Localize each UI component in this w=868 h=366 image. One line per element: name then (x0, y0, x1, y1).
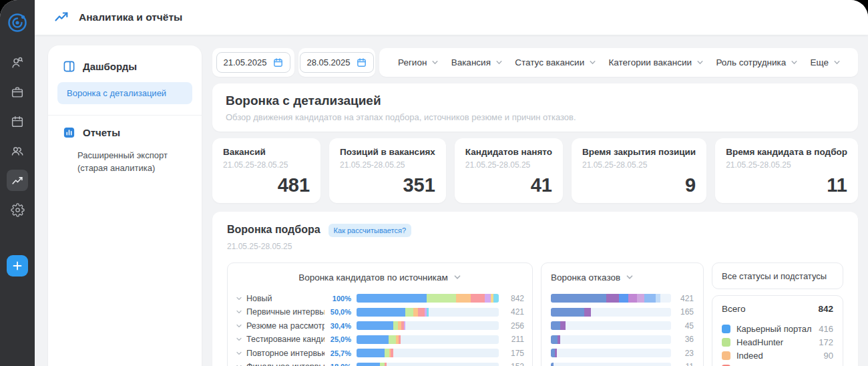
filter-label: Статус вакансии (515, 57, 584, 67)
sources-legend: Карьерный портал416HeadHunter172Indeed90… (722, 322, 833, 366)
row-expand-chevron-icon[interactable] (236, 363, 246, 366)
kpi-value: 11 (827, 174, 847, 196)
funnel-stage-count: 175 (504, 349, 524, 358)
funnel-bar-segment (357, 308, 405, 317)
sidebar-item-analytics[interactable] (7, 170, 28, 191)
sidebar-item-candidate-search[interactable] (7, 52, 28, 73)
row-expand-chevron-icon[interactable] (236, 323, 246, 329)
funnel-bar-segment (471, 294, 484, 303)
sidebar-item-calendar[interactable] (7, 111, 28, 132)
row-expand-chevron-icon[interactable] (236, 336, 246, 343)
app-logo-icon[interactable] (5, 11, 29, 35)
page-header-title: Аналитика и отчёты (79, 11, 182, 23)
dashboards-icon (63, 60, 75, 73)
funnel-bar (551, 335, 671, 344)
funnel-stage-count: 152 (504, 362, 524, 366)
filter-vacancy-categories[interactable]: Категории вакансии (608, 57, 704, 67)
funnel-bar-segment (399, 335, 400, 344)
refusals-funnel-title[interactable]: Воронка отказов (551, 272, 620, 283)
filter-region[interactable]: Регион (398, 57, 439, 67)
sidebar-menu (7, 52, 28, 220)
funnel-stage-percent: 30,4% (324, 322, 351, 330)
statuses-select[interactable]: Все статусы и подстатусы (712, 262, 843, 289)
sidebar-item-team[interactable] (7, 140, 28, 162)
funnel-bar (357, 363, 499, 366)
date-to-input[interactable]: 28.05.2025 (300, 52, 373, 73)
funnel-bar-segment (385, 363, 387, 366)
funnel-bar-segment (584, 308, 591, 317)
funnel-stage-percent: 25,0% (324, 335, 351, 343)
date-from-input[interactable]: 21.05.2025 (216, 52, 290, 73)
filter-employee-role[interactable]: Роль сотрудника (716, 57, 798, 67)
source-label: Карьерный портал (736, 324, 819, 334)
calendar-icon (272, 57, 284, 68)
source-value: 172 (819, 337, 833, 347)
source-label: Indeed (736, 351, 824, 361)
chevron-down-icon[interactable] (453, 273, 461, 281)
page-title: Воронка с детализацией (226, 94, 845, 108)
kpi-card-hired: Кандидатов нанято 21.05.25-28.05.25 41 (455, 138, 563, 203)
sidebar-item-settings[interactable] (7, 199, 28, 220)
filter-more[interactable]: Еще (811, 57, 841, 67)
funnel-stage-count: 211 (504, 335, 524, 344)
source-label: HeadHunter (736, 337, 819, 347)
funnel-bar-segment (551, 363, 554, 366)
kpi-label: Позиций в вакансиях (340, 147, 435, 157)
funnel-bar-segment (427, 308, 429, 317)
sidebar-item-extended-export[interactable]: Расширенный экспорт (старая аналитика) (57, 150, 181, 175)
funnel-row: 36 (551, 335, 694, 344)
funnel-bar-segment (644, 294, 655, 303)
filter-label: Вакансия (451, 57, 491, 67)
filter-vacancy-status[interactable]: Статус вакансии (515, 57, 596, 67)
funnel-bar-segment (493, 294, 499, 303)
funnel-bar-segment (357, 294, 427, 303)
funnel-row: Новый100%842 (236, 294, 524, 303)
filter-vacancy[interactable]: Вакансия (451, 57, 503, 67)
funnel-bar (551, 363, 671, 366)
funnel-bar (551, 321, 671, 330)
row-expand-chevron-icon[interactable] (236, 295, 246, 302)
page-title-card: Воронка с детализацией Обзор движения ка… (212, 83, 858, 132)
funnel-bar-segment (606, 294, 619, 303)
source-color-swatch (722, 338, 730, 347)
funnel-stage-percent: 18,0% (324, 363, 351, 366)
funnel-bar-segment (619, 294, 628, 303)
sidebar-item-funnel-detail[interactable]: Воронка с детализацией (57, 82, 192, 104)
funnel-stage-percent: 100% (324, 295, 351, 303)
funnel-bar (357, 294, 499, 303)
kpi-row: Вакансий 21.05.25-28.05.25 481 Позиций в… (212, 138, 858, 203)
top-bar: Аналитика и отчёты (35, 0, 868, 35)
funnel-stage-count: 421 (676, 294, 694, 303)
filter-label: Роль сотрудника (716, 57, 786, 67)
date-to-container: 28.05.2025 (298, 48, 375, 77)
row-expand-chevron-icon[interactable] (236, 350, 246, 357)
total-value: 842 (818, 304, 833, 314)
how-calculated-badge[interactable]: Как рассчитывается? (329, 224, 411, 237)
funnel-row: Резюме на рассмотрении30,4%256 (236, 321, 524, 330)
source-legend-item: Indeed90 (722, 349, 833, 362)
funnel-bar-segment (357, 335, 389, 344)
funnel-bar-segment (656, 294, 660, 303)
funnel-bar-segment (427, 294, 455, 303)
funnel-stage-label: Новый (246, 294, 324, 303)
funnel-bar (551, 349, 671, 357)
funnel-bar-segment (357, 349, 385, 357)
funnel-stage-label: Резюме на рассмотрении (246, 321, 324, 331)
row-expand-chevron-icon[interactable] (236, 309, 246, 315)
candidates-funnel-rows: Новый100%842Первичные интервью с ...50,0… (236, 294, 524, 366)
nav-panel: Дашборды Воронка с детализацией Отчеты Р… (48, 45, 202, 366)
calendar-icon (356, 57, 367, 68)
funnel-section-card: Воронка подбора Как рассчитывается? 21.0… (212, 212, 858, 366)
funnel-stage-label: Первичные интервью с ... (246, 307, 324, 317)
funnel-stage-count: 165 (676, 307, 694, 317)
funnel-stage-count: 256 (504, 321, 524, 331)
add-button[interactable] (7, 255, 28, 277)
funnel-bar-segment (404, 321, 405, 330)
funnel-bar-segment (380, 363, 385, 366)
candidates-funnel-title[interactable]: Воронка кандидатов по источникам (298, 272, 448, 283)
page-subtitle: Обзор движения кандидатов на этапах подб… (226, 112, 845, 122)
kpi-label: Вакансий (223, 147, 310, 157)
chevron-down-icon[interactable] (626, 273, 634, 281)
sidebar-item-vacancies[interactable] (7, 81, 28, 103)
source-legend-item: Rabota.by80 (722, 362, 833, 366)
